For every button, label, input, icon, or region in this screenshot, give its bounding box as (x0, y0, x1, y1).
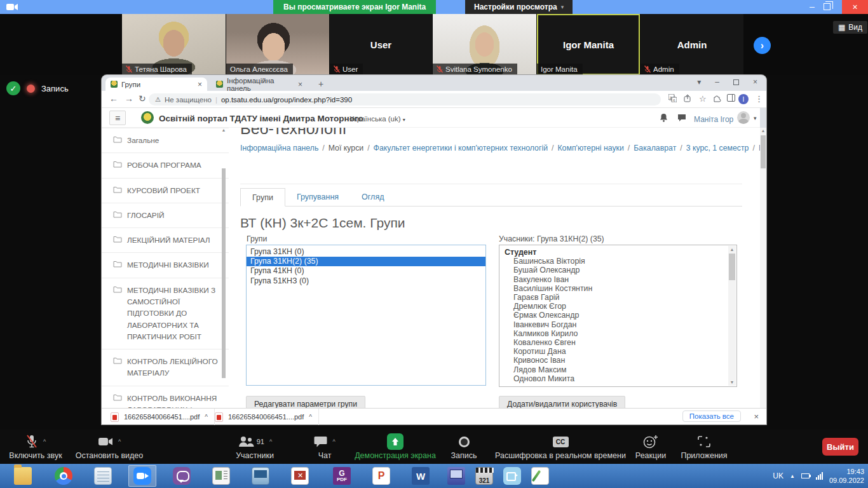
view-settings-button[interactable]: Настройки просмотра▾ (465, 0, 573, 14)
taskbar-viber[interactable] (168, 465, 196, 487)
member-option[interactable]: Кривонос Іван (505, 356, 724, 365)
close-button[interactable]: × (842, 0, 868, 14)
browser-minimize-button[interactable]: – (715, 78, 719, 86)
breadcrumb-link[interactable]: Бакалаврат (634, 144, 676, 152)
browser-tab[interactable]: Інформаційна панель × (211, 78, 308, 91)
portal-title[interactable]: Освітній портал ТДАТУ імені Дмитра Мотор… (159, 114, 363, 123)
sidebar-item[interactable]: КОНТРОЛЬ ЛЕКЦІЙНОГО МАТЕРІАЛУ (102, 349, 229, 386)
sidebar-item[interactable]: МЕТОДИЧНІ ВКАЗІВКИ (102, 253, 229, 278)
member-option[interactable]: Бушай Олександр (505, 266, 724, 274)
member-option[interactable]: Єрмак Олександр (505, 311, 724, 320)
member-option[interactable]: Лядов Максим (505, 365, 724, 374)
stop-video-button[interactable]: ^ Остановить видео (66, 433, 153, 460)
scrollbar-thumb[interactable] (729, 254, 735, 280)
member-option[interactable]: Дремлюк Єгор (505, 302, 724, 311)
sidebar-item[interactable]: КУРСОВИЙ ПРОЕКТ (102, 179, 229, 203)
next-participants-button[interactable]: › (754, 37, 771, 54)
participant-tile[interactable]: Тетяна Шарова (122, 14, 226, 75)
chevron-up-icon[interactable]: ^ (309, 414, 312, 421)
page-scrollbar[interactable]: ▲ (760, 128, 766, 408)
chat-button[interactable]: ^ Чат (304, 433, 346, 460)
share-screen-button[interactable]: Демонстрация экрана (351, 433, 440, 460)
messages-icon[interactable] (677, 113, 686, 125)
download-item[interactable]: 166265840066451....pdf ^ (104, 409, 215, 425)
participant-tile-active-speaker[interactable]: Igor Manita Igor Manita (537, 14, 640, 75)
sidebar-item[interactable]: РОБОЧА ПРОГРАМА (102, 153, 229, 178)
hamburger-menu-icon[interactable]: ≡ (109, 111, 126, 125)
sidebar-item[interactable]: КОНТРОЛЬ ВИКОНАННЯ ЛАБОРАТОРНИХ / ПРАКТИ… (102, 386, 229, 408)
user-name[interactable]: Маніта Ігор (694, 115, 733, 124)
member-option[interactable]: Башинська Вікторія (505, 257, 724, 266)
participant-tile[interactable]: Ольга Алексєєва (226, 14, 329, 75)
members-listbox[interactable]: Студент Башинська Вікторія Бушай Олексан… (499, 245, 737, 387)
back-icon[interactable]: ← (109, 93, 118, 104)
participant-tile[interactable]: Admin Admin (641, 14, 743, 75)
translate-icon[interactable]: aб (668, 94, 677, 104)
tab-overview[interactable]: Огляд (350, 188, 395, 207)
tab-groupings[interactable]: Групування (285, 188, 350, 207)
sidebar-item[interactable]: МЕТОДИЧНІ ВКАЗІВКИ З САМОСТІЙНОЇ ПІДГОТО… (102, 278, 229, 349)
bookmark-star-icon[interactable]: ☆ (699, 94, 707, 104)
group-option[interactable]: Група 31КН (0) (247, 247, 485, 257)
edit-group-settings-button[interactable]: Редагувати параметри групи (246, 396, 365, 408)
taskbar-lenovo[interactable] (247, 465, 275, 487)
taskbar-document-viewer[interactable] (207, 465, 235, 487)
taskbar-photoshop[interactable] (526, 465, 554, 487)
sidebar-scrollbar[interactable]: ▲ (221, 128, 226, 408)
member-option[interactable]: Коротиш Дана (505, 347, 724, 356)
taskbar-zoom-active[interactable] (128, 465, 156, 487)
breadcrumb-link[interactable]: Комп'ютерні науки (557, 144, 623, 152)
unmute-button[interactable]: ^ Включить звук (4, 433, 67, 460)
download-item[interactable]: 166265840066451....pdf ^ (208, 409, 319, 425)
taskbar-remote-desktop[interactable] (442, 465, 470, 487)
taskbar-media-player[interactable]: 321 (470, 465, 498, 487)
security-shield-icon[interactable]: ✓ (6, 81, 20, 95)
share-icon[interactable] (684, 94, 692, 104)
participant-tile[interactable]: User User (330, 14, 432, 75)
address-bar[interactable]: ⚠ Не защищено | op.tsatu.edu.ua/group/in… (149, 93, 661, 105)
scroll-down-icon[interactable]: ▼ (728, 379, 736, 386)
live-transcript-button[interactable]: CC Расшифровка в реальном времени (491, 433, 630, 460)
taskbar-screen-recorder[interactable] (498, 465, 526, 487)
browser-close-button[interactable]: × (753, 78, 757, 86)
extensions-icon[interactable] (713, 94, 721, 104)
groups-listbox[interactable]: Група 31КН (0) Група 31КН(2) (35) Група … (246, 245, 486, 386)
restore-button[interactable] (824, 3, 831, 10)
view-mode-button[interactable]: ▦ Вид (833, 21, 867, 34)
chevron-up-icon[interactable]: ^ (332, 438, 335, 445)
scroll-up-icon[interactable]: ▲ (760, 128, 766, 134)
member-option[interactable]: Василішин Костянтин (505, 284, 724, 293)
scroll-up-icon[interactable]: ▲ (728, 246, 736, 253)
user-avatar[interactable] (737, 111, 750, 124)
taskbar-powerpoint[interactable]: P (367, 465, 395, 487)
notifications-bell-icon[interactable] (660, 113, 668, 125)
sidebar-item[interactable]: ГЛОСАРІЙ (102, 203, 229, 228)
group-option[interactable]: Група 41КН (0) (247, 266, 485, 276)
members-scrollbar[interactable]: ▲ ▼ (728, 246, 736, 386)
user-menu-caret-icon[interactable]: ▾ (754, 115, 757, 121)
show-all-downloads-button[interactable]: Показать все (682, 410, 741, 422)
group-option-selected[interactable]: Група 31КН(2) (35) (247, 257, 485, 266)
sidebar-item[interactable]: Загальне (102, 128, 229, 153)
tab-search-icon[interactable]: ▾ (697, 78, 701, 86)
scrollbar-thumb[interactable] (761, 135, 766, 168)
chevron-up-icon[interactable]: ^ (118, 438, 121, 445)
clock[interactable]: 19:43 09.09.2022 (829, 467, 864, 485)
reactions-button[interactable]: Реакции (630, 433, 671, 460)
taskbar-word[interactable]: W (407, 465, 435, 487)
chevron-up-icon[interactable]: ^ (43, 438, 46, 445)
breadcrumb-link[interactable]: 3 курс, 1 семестр (686, 144, 749, 152)
member-option[interactable]: Калмиков Кирило (505, 329, 724, 338)
keyboard-language[interactable]: UK (773, 471, 783, 480)
side-panel-icon[interactable] (727, 94, 735, 104)
chevron-up-icon[interactable]: ^ (205, 414, 208, 421)
breadcrumb-link[interactable]: Інформаційна панель (240, 144, 318, 152)
minimize-button[interactable]: – (802, 0, 822, 14)
browser-tab-active[interactable]: Групи × (105, 78, 207, 91)
forward-icon[interactable]: → (125, 93, 133, 104)
scroll-up-icon[interactable]: ▲ (221, 128, 226, 132)
scrollbar-thumb[interactable] (222, 168, 226, 378)
participant-tile[interactable]: Svitlana Symonenko (433, 14, 536, 75)
taskbar-picture-manager[interactable] (286, 465, 314, 487)
new-tab-button[interactable]: + (315, 79, 327, 90)
